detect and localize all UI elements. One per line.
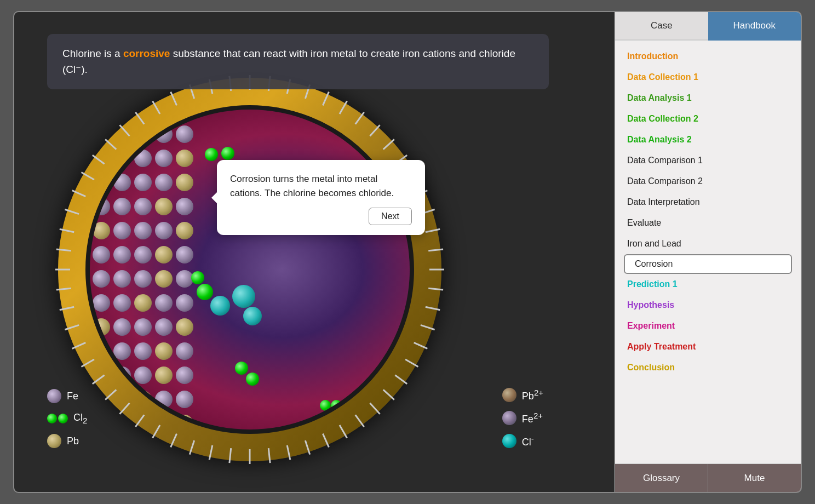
svg-line-33	[65, 209, 79, 214]
svg-line-49	[323, 92, 329, 106]
legend-pb: Pb	[47, 434, 87, 448]
chlorine-atom-1	[205, 148, 218, 161]
sidebar-item-data-analysis-2[interactable]: Data Analysis 2	[615, 129, 801, 150]
sidebar-item-prediction-1[interactable]: Prediction 1	[615, 274, 801, 295]
wall-atom-34	[176, 246, 193, 264]
svg-line-28	[60, 307, 74, 310]
tab-handbook[interactable]: Handbook	[708, 12, 801, 41]
next-button[interactable]: Next	[369, 208, 412, 225]
sidebar-item-corrosion[interactable]: Corrosion	[624, 254, 792, 274]
sidebar-item-data-analysis-1[interactable]: Data Analysis 1	[615, 88, 801, 108]
wall-atom-54	[176, 342, 193, 360]
cl-ion-label: Cl-	[522, 434, 534, 448]
wall-atom-8	[155, 125, 173, 143]
wall-atom-18	[155, 174, 173, 191]
wall-atom-24	[176, 198, 193, 215]
wall-atom-59	[176, 366, 193, 384]
wall-atom-56	[113, 366, 131, 384]
svg-line-18	[190, 440, 194, 455]
sidebar-item-data-collection-1[interactable]: Data Collection 1	[615, 67, 801, 88]
sidebar-item-data-interpretation[interactable]: Data Interpretation	[615, 192, 801, 213]
svg-line-11	[323, 434, 329, 448]
svg-line-3	[421, 325, 435, 329]
fe-icon	[47, 389, 61, 403]
wall-atom-69	[176, 415, 193, 432]
legend-left: Fe Cl2 Pb	[47, 389, 87, 448]
cl-icon	[502, 434, 516, 448]
wall-atom-12	[134, 150, 152, 167]
wall-atom-49	[176, 318, 193, 336]
wall-atom-65	[93, 415, 110, 432]
chlorine-atom-10	[331, 400, 342, 411]
speech-bubble-text: Corrosion turns the metal into metal cat…	[230, 172, 412, 200]
wall-atom-27	[134, 222, 152, 239]
fe2-icon	[502, 411, 516, 425]
chlorine-atom-6	[197, 284, 213, 300]
wall-atom-0	[93, 105, 110, 119]
wall-atom-19	[176, 174, 193, 191]
pb2-label: Pb2+	[522, 388, 543, 402]
fe2-label: Fe2+	[522, 411, 543, 425]
fe-label: Fe	[67, 391, 78, 402]
sidebar-item-conclusion[interactable]: Conclusion	[615, 357, 801, 378]
pb-icon	[47, 434, 61, 448]
sidebar-item-evaluate[interactable]: Evaluate	[615, 213, 801, 233]
wall-atom-63	[155, 391, 173, 408]
legend-fe: Fe	[47, 389, 87, 403]
sidebar-item-apply-treatment[interactable]: Apply Treatment	[615, 336, 801, 357]
svg-line-26	[72, 342, 86, 348]
cl2-icon	[47, 414, 68, 423]
wall-atom-23	[155, 198, 173, 215]
svg-line-34	[72, 191, 86, 197]
sidebar-nav: IntroductionData Collection 1Data Analys…	[615, 41, 801, 463]
wall-atom-25	[93, 222, 110, 239]
tab-case[interactable]: Case	[615, 12, 708, 41]
microscope-container	[42, 89, 458, 450]
wall-atom-40	[93, 294, 110, 312]
wall-atom-2	[134, 105, 152, 119]
wall-atom-44	[176, 294, 193, 312]
sidebar-item-hypothesis[interactable]: Hypothesis	[615, 295, 801, 316]
legend-fe2: Fe2+	[502, 411, 543, 425]
svg-line-17	[209, 445, 213, 460]
wall-atom-29	[176, 222, 193, 239]
legend-pb2: Pb2+	[502, 388, 543, 402]
wall-atom-13	[155, 150, 173, 167]
wall-atom-30	[93, 246, 110, 264]
wall-atom-10	[93, 150, 110, 167]
wall-atom-57	[134, 366, 152, 384]
wall-atom-55	[93, 366, 110, 384]
sidebar-item-data-comparison-2[interactable]: Data Comparison 2	[615, 171, 801, 192]
teal-atom-1	[210, 296, 230, 316]
wall-atom-6	[113, 125, 131, 143]
mute-button[interactable]: Mute	[708, 464, 801, 492]
wall-atom-15	[93, 174, 110, 191]
wall-atom-50	[93, 342, 110, 360]
chlorine-atom-8	[246, 373, 259, 386]
wall-atom-43	[155, 294, 173, 312]
wall-atom-52	[134, 342, 152, 360]
svg-line-1	[428, 288, 443, 290]
sidebar-item-iron-and-lead[interactable]: Iron and Lead	[615, 233, 801, 254]
sidebar-tabs: Case Handbook	[615, 12, 801, 41]
glossary-button[interactable]: Glossary	[615, 464, 708, 492]
legend-cl2: Cl2	[47, 412, 87, 425]
wall-atom-35	[93, 270, 110, 288]
svg-line-27	[65, 325, 79, 329]
cl2-label: Cl2	[73, 412, 87, 425]
wall-atom-11	[113, 150, 131, 167]
sidebar-item-data-collection-2[interactable]: Data Collection 2	[615, 108, 801, 129]
microscope-scene	[90, 110, 410, 429]
wall-atom-33	[155, 246, 173, 264]
wall-atom-66	[113, 415, 131, 432]
metal-wall	[90, 110, 191, 429]
wall-atom-14	[176, 150, 193, 167]
wall-atom-41	[113, 294, 131, 312]
wall-atom-26	[113, 222, 131, 239]
wall-atom-68	[155, 415, 173, 432]
svg-line-32	[60, 229, 74, 232]
teal-atom-2	[232, 285, 255, 308]
sidebar-item-data-comparison-1[interactable]: Data Comparison 1	[615, 150, 801, 171]
sidebar-item-introduction[interactable]: Introduction	[615, 46, 801, 67]
sidebar-item-experiment[interactable]: Experiment	[615, 316, 801, 336]
